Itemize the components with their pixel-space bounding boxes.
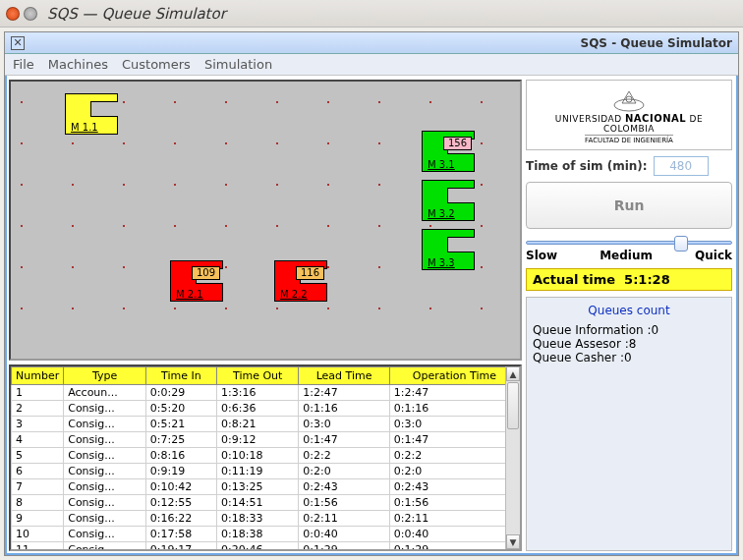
cell: 0:0:29 [145, 385, 216, 401]
slider-label-slow: Slow [526, 249, 557, 262]
machine-m11[interactable]: M 1.1 [65, 93, 118, 135]
cell: 0:1:16 [389, 401, 519, 417]
cell: 9 [12, 511, 64, 527]
cell: 0:2:11 [299, 511, 389, 527]
cell: 11 [12, 542, 64, 552]
cell: 0:3:0 [389, 417, 519, 432]
table-scrollbar[interactable]: ▲ ▼ [505, 366, 520, 549]
table-row[interactable]: 11Consig...0:19:170:20:460:1:290:1:29 [12, 542, 520, 552]
table-row[interactable]: 9Consig...0:16:220:18:330:2:110:2:11 [12, 511, 520, 527]
table-row[interactable]: 3Consig...0:5:210:8:210:3:00:3:0 [12, 417, 520, 432]
os-close-button[interactable] [6, 7, 20, 21]
actual-time-display: Actual time 5:1:28 [526, 268, 732, 291]
cell: Accoun... [64, 385, 146, 401]
cell: 0:1:47 [299, 432, 389, 448]
col-number[interactable]: Number [12, 367, 64, 385]
cell: 0:2:11 [389, 511, 519, 527]
cell: 0:1:29 [389, 542, 519, 552]
cell: Consig... [64, 401, 146, 417]
machine-m21[interactable]: M 2.1109 [170, 260, 223, 302]
sim-time-label: Time of sim (min): [526, 159, 648, 173]
slider-label-quick: Quick [695, 249, 732, 262]
cell: 0:2:2 [389, 448, 519, 464]
table-row[interactable]: 8Consig...0:12:550:14:510:1:560:1:56 [12, 495, 520, 511]
simulation-canvas[interactable]: M 1.1M 2.1109M 2.2116M 3.1156M 3.2M 3.3 [9, 80, 522, 361]
ticket-156: 156 [443, 137, 472, 150]
os-titlebar: SQS — Queue Simulator [0, 0, 743, 28]
cell: 0:2:43 [389, 479, 519, 495]
app-window: ✕ SQS - Queue Simulator FileMachinesCust… [4, 31, 739, 556]
cell: 0:3:0 [299, 417, 389, 432]
logo-text-2: NACIONAL [625, 113, 686, 124]
queue-line: Queue Casher :0 [533, 351, 725, 364]
cell: Consig... [64, 479, 146, 495]
sim-time-input[interactable] [654, 156, 709, 176]
cell: 2 [12, 401, 64, 417]
col-operation-time[interactable]: Operation Time [389, 367, 519, 385]
window-close-icon[interactable]: ✕ [11, 36, 25, 50]
cell: 0:18:38 [217, 527, 299, 542]
menu-machines[interactable]: Machines [48, 57, 108, 72]
cell: Consig... [64, 464, 146, 479]
actual-time-label: Actual time [533, 272, 615, 287]
cell: 0:0:40 [299, 527, 389, 542]
col-type[interactable]: Type [64, 367, 146, 385]
cell: 6 [12, 464, 64, 479]
machine-m31[interactable]: M 3.1156 [422, 131, 475, 172]
menu-simulation[interactable]: Simulation [204, 57, 272, 72]
slider-thumb[interactable] [674, 236, 688, 252]
university-logo: UNIVERSIDAD NACIONAL DE COLOMBIA FACULTA… [526, 80, 732, 150]
cell: 0:2:2 [299, 448, 389, 464]
machine-m22[interactable]: M 2.2116 [274, 260, 327, 302]
ticket-116: 116 [296, 266, 324, 280]
machine-m33[interactable]: M 3.3 [422, 229, 475, 270]
os-title: SQS — Queue Simulator [47, 5, 226, 23]
cell: 10 [12, 527, 64, 542]
cell: Consig... [64, 448, 146, 464]
cell: 0:6:36 [217, 401, 299, 417]
cell: 0:13:25 [217, 479, 299, 495]
col-time-in[interactable]: Time In [145, 367, 216, 385]
results-table-container: NumberTypeTime InTime OutLead TimeOperat… [9, 364, 522, 551]
run-button[interactable]: Run [526, 182, 732, 229]
scroll-up-icon[interactable]: ▲ [506, 366, 520, 381]
cell: Consig... [64, 542, 146, 552]
queue-line: Queue Information :0 [533, 323, 725, 337]
cell: 7 [12, 479, 64, 495]
logo-subtext: FACULTAD DE INGENIERÍA [585, 135, 673, 144]
cell: 0:1:56 [299, 495, 389, 511]
window-title: SQS - Queue Simulator [581, 36, 732, 50]
table-row[interactable]: 2Consig...0:5:200:6:360:1:160:1:16 [12, 401, 520, 417]
cell: Consig... [64, 417, 146, 432]
scroll-down-icon[interactable]: ▼ [506, 534, 520, 549]
cell: 0:20:46 [217, 542, 299, 552]
table-row[interactable]: 10Consig...0:17:580:18:380:0:400:0:40 [12, 527, 520, 542]
cell: 0:10:18 [217, 448, 299, 464]
table-row[interactable]: 5Consig...0:8:160:10:180:2:20:2:2 [12, 448, 520, 464]
cell: 0:18:33 [217, 511, 299, 527]
speed-slider[interactable]: Slow Medium Quick [526, 241, 732, 262]
svg-point-0 [614, 99, 644, 111]
cell: 0:5:20 [145, 401, 216, 417]
menubar: FileMachinesCustomersSimulation [5, 54, 738, 76]
cell: 0:7:25 [145, 432, 216, 448]
col-lead-time[interactable]: Lead Time [299, 367, 389, 385]
table-row[interactable]: 1Accoun...0:0:291:3:161:2:471:2:47 [12, 385, 520, 401]
col-time-out[interactable]: Time Out [217, 367, 299, 385]
menu-file[interactable]: File [13, 57, 34, 72]
slider-label-medium: Medium [600, 249, 653, 262]
menu-customers[interactable]: Customers [122, 57, 191, 72]
cell: 0:2:0 [389, 464, 519, 479]
table-row[interactable]: 4Consig...0:7:250:9:120:1:470:1:47 [12, 432, 520, 448]
machine-m32[interactable]: M 3.2 [422, 180, 475, 221]
cell: 0:2:43 [299, 479, 389, 495]
cell: 0:2:0 [299, 464, 389, 479]
table-row[interactable]: 7Consig...0:10:420:13:250:2:430:2:43 [12, 479, 520, 495]
cell: Consig... [64, 495, 146, 511]
table-row[interactable]: 6Consig...0:9:190:11:190:2:00:2:0 [12, 464, 520, 479]
cell: 0:19:17 [145, 542, 216, 552]
cell: 1 [12, 385, 64, 401]
os-minimize-button[interactable] [24, 7, 37, 21]
cell: Consig... [64, 511, 146, 527]
scroll-thumb[interactable] [507, 382, 519, 429]
